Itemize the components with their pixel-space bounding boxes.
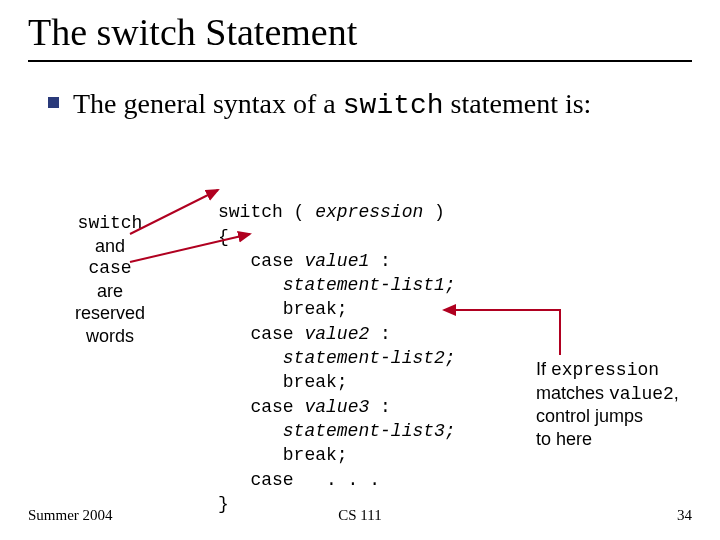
rn-l1b: expression — [551, 360, 659, 380]
code-l6c: : — [369, 324, 391, 344]
code-l11: break; — [218, 445, 348, 465]
bullet-icon — [48, 97, 59, 108]
right-annotation: If expression matches value2, control ju… — [536, 358, 706, 450]
code-l6b: value2 — [304, 324, 369, 344]
slide-title: The switch Statement — [0, 0, 720, 58]
code-l6a: case — [218, 324, 304, 344]
code-l1c: ) — [423, 202, 445, 222]
bullet-post: statement is: — [444, 88, 592, 119]
left-note-l1: switch — [50, 212, 170, 235]
bullet-text: The general syntax of a switch statement… — [73, 86, 591, 123]
code-l7b: statement-list2; — [283, 348, 456, 368]
code-l3c: : — [369, 251, 391, 271]
code-l10a — [218, 421, 283, 441]
code-l2: { — [218, 227, 229, 247]
code-l12: case . . . — [218, 470, 380, 490]
code-block: switch ( expression ) { case value1 : st… — [218, 176, 456, 516]
code-l3b: value1 — [304, 251, 369, 271]
left-note-l6: words — [50, 325, 170, 348]
footer-center: CS 111 — [338, 507, 381, 524]
title-rule — [28, 60, 692, 62]
left-note-l4: are — [50, 280, 170, 303]
rn-l2a: matches — [536, 383, 609, 403]
code-l13: } — [218, 494, 229, 514]
code-l1a: switch ( — [218, 202, 315, 222]
left-annotation: switch and case are reserved words — [50, 212, 170, 347]
code-l9b: value3 — [304, 397, 369, 417]
code-l4a — [218, 275, 283, 295]
rn-l3: control jumps — [536, 405, 706, 428]
code-l9c: : — [369, 397, 391, 417]
code-l1b: expression — [315, 202, 423, 222]
rn-l1a: If — [536, 359, 551, 379]
footer-right: 34 — [677, 507, 692, 524]
bullet-block: The general syntax of a switch statement… — [48, 86, 690, 123]
code-l9a: case — [218, 397, 304, 417]
code-l3a: case — [218, 251, 304, 271]
code-l5: break; — [218, 299, 348, 319]
left-note-l3: case — [50, 257, 170, 280]
rn-l4: to here — [536, 428, 706, 451]
rn-l2c: , — [674, 383, 679, 403]
code-l8: break; — [218, 372, 348, 392]
left-note-l2: and — [50, 235, 170, 258]
code-l7a — [218, 348, 283, 368]
footer-left: Summer 2004 — [28, 507, 113, 524]
bullet-pre: The general syntax of a — [73, 88, 343, 119]
rn-l2b: value2 — [609, 384, 674, 404]
code-l4b: statement-list1; — [283, 275, 456, 295]
code-l10b: statement-list3; — [283, 421, 456, 441]
left-note-l5: reserved — [50, 302, 170, 325]
bullet-code: switch — [343, 90, 444, 121]
